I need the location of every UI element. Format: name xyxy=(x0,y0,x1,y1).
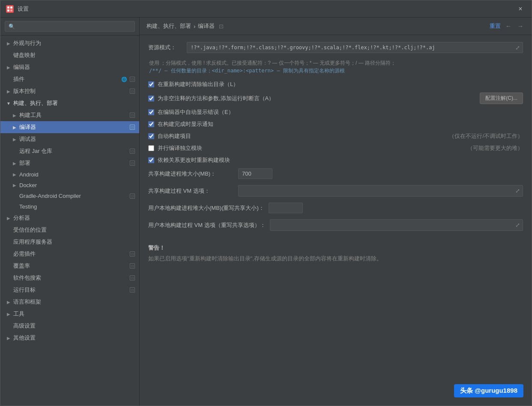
sidebar-item-plugins[interactable]: ▶ 插件 🌐 ⊡ xyxy=(0,73,139,85)
hint-text: 使用 ；分隔模式，使用 ! 求反模式。已接受通配符：? — 仅一个符号；* — … xyxy=(148,59,523,75)
sidebar-item-testing[interactable]: ▶ Testing xyxy=(0,201,139,212)
sidebar-item-label: 构建、执行、部署 xyxy=(13,99,135,107)
sidebar-item-tools[interactable]: ▶ 工具 xyxy=(0,308,139,320)
arrow-icon: ▶ xyxy=(12,136,18,142)
shared-vm-wrap[interactable]: ⤢ xyxy=(238,185,523,197)
configure-annotations-button[interactable]: 配置注解(C)... xyxy=(480,93,523,104)
search-input[interactable] xyxy=(18,23,131,30)
shared-vm-label: 共享构建过程 VM 选项： xyxy=(148,187,234,195)
page-icon: ⊡ xyxy=(130,275,135,281)
page-icon: ⊡ xyxy=(130,287,135,293)
checkbox-auto-show-errors[interactable] xyxy=(148,109,154,115)
sidebar-item-label: 必需插件 xyxy=(13,250,127,258)
sidebar-item-vcs[interactable]: ▶ 版本控制 ⊡ xyxy=(0,85,139,97)
expand-icon[interactable]: ⤢ xyxy=(513,186,523,196)
page-icon: ⊡ xyxy=(130,161,135,166)
sidebar-item-build-tools[interactable]: ▶ 构建工具 ⊡ xyxy=(0,109,139,121)
panel-header: 构建、执行、部署 › 编译器 ⊡ 重置 ← → xyxy=(140,18,532,35)
sidebar-item-label: 覆盖率 xyxy=(13,262,127,270)
checkbox-row-add-runtime: 为非空注释的方法和参数,添加运行时断言（A） 配置注解(C)... xyxy=(148,93,523,104)
sidebar-item-pkg-search[interactable]: ▶ 软件包搜索 ⊡ xyxy=(0,272,139,284)
search-wrap[interactable]: 🔍 xyxy=(5,21,135,32)
breadcrumb-part1: 构建、执行、部署 xyxy=(146,22,191,30)
sidebar-item-compiler[interactable]: ▶ 编译器 ⊡ xyxy=(0,121,139,133)
resource-input-wrap[interactable]: ⤢ xyxy=(187,42,523,53)
local-vm-wrap[interactable]: ⤢ xyxy=(270,219,523,231)
checkbox-label-add-runtime: 为非空注释的方法和参数,添加运行时断言（A） xyxy=(158,95,476,102)
forward-button[interactable]: → xyxy=(516,22,525,30)
sidebar-item-label: 远程 Jar 仓库 xyxy=(19,147,127,155)
sidebar-item-analyzers[interactable]: ▶ 分析器 xyxy=(0,212,139,224)
checkbox-row-rebuild-deps: 依赖关系更改时重新构建模块 xyxy=(148,156,523,164)
checkbox-row-auto-build: 自动构建项目 （仅在不运行/不调试时工作） xyxy=(148,132,523,140)
local-vm-input[interactable] xyxy=(270,220,513,230)
breadcrumb: 构建、执行、部署 › 编译器 ⊡ xyxy=(146,22,490,30)
back-button[interactable]: ← xyxy=(504,22,513,30)
checkbox-row-clear-output: 在重新构建时清除输出目录（L） xyxy=(148,81,523,88)
checkbox-parallel[interactable] xyxy=(148,145,154,151)
expand-icon[interactable]: ⤢ xyxy=(513,220,523,230)
checkbox-rebuild-deps[interactable] xyxy=(148,157,154,163)
expand-icon[interactable]: ⤢ xyxy=(513,43,523,53)
sidebar-item-gradle-android[interactable]: ▶ Gradle-Android Compiler ⊡ xyxy=(0,191,139,201)
sidebar-item-trusted[interactable]: ▶ 受信任的位置 xyxy=(0,224,139,236)
checkbox-add-runtime[interactable] xyxy=(148,96,154,102)
sidebar-item-required-plugins[interactable]: ▶ 必需插件 ⊡ xyxy=(0,248,139,260)
checkbox-row-show-notif: 在构建完成时显示通知 xyxy=(148,120,523,128)
sidebar-item-keymap[interactable]: ▶ 键盘映射 xyxy=(0,49,139,61)
sidebar-item-remote-jar[interactable]: ▶ 远程 Jar 仓库 ⊡ xyxy=(0,145,139,157)
shared-heap-input[interactable] xyxy=(238,168,272,179)
shared-heap-label: 共享构建进程堆大小(MB)： xyxy=(148,170,234,178)
page-icon: ⊡ xyxy=(130,251,135,257)
sidebar-item-appserver[interactable]: ▶ 应用程序服务器 xyxy=(0,236,139,248)
svg-rect-0 xyxy=(6,5,14,13)
sidebar-item-advanced[interactable]: ▶ 高级设置 xyxy=(0,320,139,332)
svg-rect-2 xyxy=(10,6,12,9)
sidebar-item-deploy[interactable]: ▶ 部署 ⊡ xyxy=(0,157,139,169)
shared-vm-row: 共享构建过程 VM 选项： ⤢ xyxy=(148,185,523,197)
svg-rect-1 xyxy=(7,6,9,9)
search-box: 🔍 xyxy=(0,18,139,36)
arrow-icon: ▶ xyxy=(6,40,12,46)
panel-content: 资源模式： ⤢ 使用 ；分隔模式，使用 ! 求反模式。已接受通配符：? — 仅一… xyxy=(140,35,532,406)
arrow-icon: ▶ xyxy=(6,299,12,305)
sidebar-item-other[interactable]: ▶ 其他设置 xyxy=(0,332,139,344)
breadcrumb-icon: ⊡ xyxy=(219,23,224,30)
window-title: 设置 xyxy=(18,5,514,13)
sidebar-item-label: 受信任的位置 xyxy=(13,226,135,234)
reset-button[interactable]: 重置 xyxy=(490,22,501,30)
sidebar-item-run-targets[interactable]: ▶ 运行目标 ⊡ xyxy=(0,284,139,296)
checkbox-hint-parallel: （可能需要更大的堆） xyxy=(467,144,523,152)
sidebar-item-debugger[interactable]: ▶ 调试器 xyxy=(0,133,139,145)
sidebar-item-android[interactable]: ▶ Android xyxy=(0,169,139,180)
hint-line2: /**/ — 任何数量的目录；<dir_name>:<pattern> — 限制… xyxy=(149,68,345,74)
sidebar-item-label: 语言和框架 xyxy=(13,298,135,306)
sidebar-item-editor[interactable]: ▶ 编辑器 xyxy=(0,61,139,73)
sidebar-item-build[interactable]: ▼ 构建、执行、部署 xyxy=(0,97,139,109)
local-heap-input[interactable] xyxy=(269,203,303,213)
hint-line1: 使用 ；分隔模式，使用 ! 求反模式。已接受通配符：? — 仅一个符号；* — … xyxy=(149,60,396,66)
page-icon: ⊡ xyxy=(130,194,135,199)
sidebar-item-appearance[interactable]: ▶ 外观与行为 xyxy=(0,37,139,49)
search-icon: 🔍 xyxy=(9,24,15,30)
checkbox-auto-build[interactable] xyxy=(148,133,154,139)
shared-vm-input[interactable] xyxy=(239,185,513,196)
sidebar-item-coverage[interactable]: ▶ 覆盖率 ⊡ xyxy=(0,260,139,272)
sidebar-item-label: Gradle-Android Compiler xyxy=(19,193,127,199)
checkbox-show-notif[interactable] xyxy=(148,121,154,127)
resource-mode-input[interactable] xyxy=(187,42,513,53)
arrow-icon: ▶ xyxy=(12,160,18,166)
breadcrumb-sep: › xyxy=(194,23,195,30)
arrow-icon: ▶ xyxy=(12,182,18,188)
page-icon: ⊡ xyxy=(130,113,135,118)
checkbox-label-show-notif: 在构建完成时显示通知 xyxy=(158,120,523,128)
warning-text: 如果已启用选项"重新构建时清除输出目录",存储生成源的目录的全部内容将在重新构建… xyxy=(148,254,523,263)
arrow-icon: ▶ xyxy=(6,88,12,94)
arrow-icon: ▶ xyxy=(12,124,18,130)
sidebar-item-label: Android xyxy=(19,171,135,178)
sidebar-item-lang-frameworks[interactable]: ▶ 语言和框架 xyxy=(0,296,139,308)
close-button[interactable]: × xyxy=(514,3,526,15)
checkbox-clear-output[interactable] xyxy=(148,81,154,87)
sidebar-item-docker[interactable]: ▶ Docker xyxy=(0,180,139,191)
sidebar-item-label: 版本控制 xyxy=(13,87,127,95)
